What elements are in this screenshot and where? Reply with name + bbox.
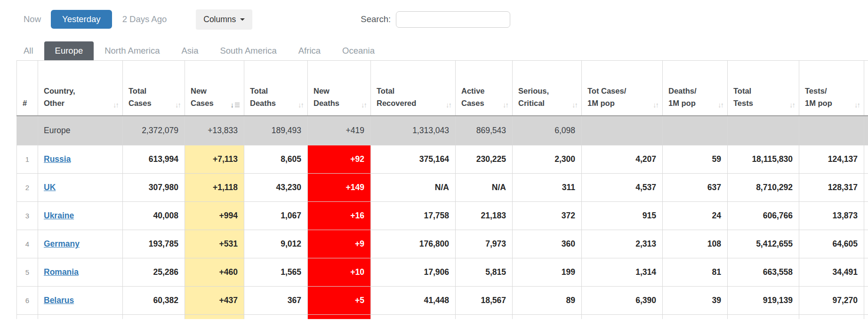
total-cases-cell: 60,382	[123, 287, 185, 315]
total-recovered-cell: 1,313,043	[371, 116, 456, 145]
col-header-country[interactable]: Country,Other↓↑	[38, 61, 123, 116]
new-cases-cell	[185, 315, 244, 320]
col-header-label: Deaths/1M pop	[668, 85, 697, 109]
col-header-label: TotalCases	[129, 85, 152, 109]
sort-updown-icon: ↓↑	[361, 101, 366, 109]
country-link[interactable]: Germany	[44, 239, 80, 248]
total-deaths-cell: 367	[244, 287, 308, 315]
active-cases-cell: 5,815	[456, 258, 513, 287]
tab-south-america[interactable]: South America	[209, 41, 287, 60]
sort-updown-icon: ↓↑	[175, 101, 180, 109]
yesterday-button[interactable]: Yesterday	[51, 10, 112, 29]
two-days-ago-button[interactable]: 2 Days Ago	[122, 14, 167, 24]
tab-europe[interactable]: Europe	[44, 41, 94, 60]
active-cases-cell: 230,225	[456, 145, 513, 174]
sort-desc-active-icon: ↓	[231, 102, 240, 109]
total-tests-cell: 18,115,830	[728, 145, 799, 174]
search-input[interactable]	[396, 11, 510, 28]
col-header-new-cases[interactable]: NewCases↓	[185, 61, 244, 116]
col-header-total-tests[interactable]: TotalTests↓↑	[728, 61, 799, 116]
total-recovered-cell	[371, 315, 456, 320]
sort-updown-icon: ↓↑	[446, 101, 451, 109]
search-area: Search:	[361, 11, 510, 28]
col-header-deaths-1m[interactable]: Deaths/1M pop↓↑	[663, 61, 728, 116]
deaths-1m-cell: 39	[663, 287, 728, 315]
tab-all[interactable]: All	[13, 41, 44, 60]
rank-cell: 5	[17, 258, 38, 287]
total-cases-cell: 613,994	[123, 145, 185, 174]
tab-oceania[interactable]: Oceania	[331, 41, 386, 60]
col-header-cases-1m[interactable]: Tot Cases/1M pop↓↑	[582, 61, 663, 116]
tab-africa[interactable]: Africa	[288, 41, 331, 60]
new-deaths-cell: +149	[308, 174, 371, 202]
total-recovered-cell: 176,800	[371, 230, 456, 258]
table-row-partial	[17, 315, 868, 320]
serious-critical-cell: 2,300	[513, 145, 582, 174]
col-header-label: Serious,Critical	[518, 85, 549, 109]
country-link[interactable]: UK	[44, 183, 56, 192]
col-header-label: TotalTests	[733, 85, 753, 109]
country-cell: UK	[38, 174, 123, 202]
col-header-new-deaths[interactable]: NewDeaths↓↑	[308, 61, 371, 116]
table-header-row: #Country,Other↓↑TotalCases↓↑NewCases↓Tot…	[17, 61, 868, 116]
serious-critical-cell: 360	[513, 230, 582, 258]
total-cases-cell: 307,980	[123, 174, 185, 202]
total-cases-cell: 193,785	[123, 230, 185, 258]
new-deaths-cell: +419	[308, 116, 371, 145]
col-header-label: Tests/1M pop	[805, 85, 832, 109]
active-cases-cell: 869,543	[456, 116, 513, 145]
col-header-label: NewCases	[191, 85, 214, 109]
serious-critical-cell	[513, 315, 582, 320]
country-cell	[38, 315, 123, 320]
total-tests-cell: 606,766	[728, 202, 799, 230]
tab-north-america[interactable]: North America	[94, 41, 170, 60]
col-header-cutoff	[864, 61, 868, 116]
tests-1m-cell	[799, 315, 864, 320]
table-row: 6Belarus60,382+437367+541,44818,567896,3…	[17, 287, 868, 315]
now-button[interactable]: Now	[24, 14, 41, 24]
columns-dropdown-label: Columns	[203, 15, 236, 24]
col-header-label: ActiveCases	[461, 85, 485, 109]
country-link[interactable]: Ukraine	[44, 211, 74, 220]
cases-1m-cell	[582, 315, 663, 320]
deaths-1m-cell	[663, 315, 728, 320]
deaths-1m-cell: 81	[663, 258, 728, 287]
new-cases-cell: +7,113	[185, 145, 244, 174]
col-header-serious-critical[interactable]: Serious,Critical↓↑	[513, 61, 582, 116]
sort-updown-icon: ↓↑	[503, 101, 508, 109]
total-deaths-cell: 189,493	[244, 116, 308, 145]
col-header-active-cases[interactable]: ActiveCases↓↑	[456, 61, 513, 116]
sort-updown-icon: ↓↑	[854, 101, 860, 109]
sort-updown-icon: ↓↑	[789, 101, 795, 109]
rank-cell: 3	[17, 202, 38, 230]
sort-updown-icon: ↓↑	[113, 101, 118, 109]
country-link[interactable]: Russia	[44, 154, 71, 164]
col-header-label: TotalRecovered	[377, 85, 416, 109]
total-deaths-cell: 43,230	[244, 174, 308, 202]
col-header-tests-1m[interactable]: Tests/1M pop↓↑	[799, 61, 864, 116]
serious-critical-cell: 6,098	[513, 116, 582, 145]
rank-cell: 1	[17, 145, 38, 174]
country-link[interactable]: Belarus	[44, 296, 74, 305]
col-header-label: Tot Cases/1M pop	[587, 85, 626, 109]
total-tests-cell: 919,139	[728, 287, 799, 315]
tests-1m-cell: 124,137	[799, 145, 864, 174]
rank-cell: 6	[17, 287, 38, 315]
new-deaths-cell: +10	[308, 258, 371, 287]
cases-1m-cell: 4,537	[582, 174, 663, 202]
columns-dropdown-button[interactable]: Columns	[196, 9, 252, 30]
col-header-total-deaths[interactable]: TotalDeaths↓↑	[244, 61, 308, 116]
serious-critical-cell: 89	[513, 287, 582, 315]
cutoff-cell	[864, 230, 868, 258]
col-header-total-cases[interactable]: TotalCases↓↑	[123, 61, 185, 116]
rank-cell: 2	[17, 174, 38, 202]
cutoff-cell	[864, 315, 868, 320]
total-recovered-cell: 375,164	[371, 145, 456, 174]
table-row: 2UK307,980+1,11843,230+149N/AN/A3114,537…	[17, 174, 868, 202]
new-deaths-cell: +92	[308, 145, 371, 174]
tab-asia[interactable]: Asia	[170, 41, 209, 60]
cutoff-cell	[864, 174, 868, 202]
total-tests-cell: 663,558	[728, 258, 799, 287]
country-link[interactable]: Romania	[44, 267, 79, 277]
col-header-total-recovered[interactable]: TotalRecovered↓↑	[371, 61, 456, 116]
